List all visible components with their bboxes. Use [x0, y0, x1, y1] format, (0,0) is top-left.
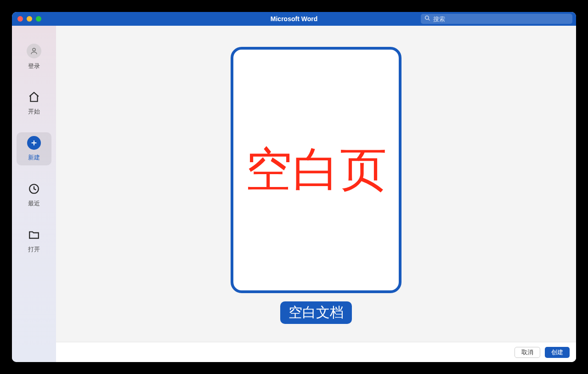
close-window-button[interactable] [17, 16, 23, 22]
sidebar-item-label: 最近 [28, 199, 40, 208]
clock-icon [27, 182, 41, 196]
person-icon [27, 44, 41, 58]
sidebar-item-recent[interactable]: 最近 [17, 178, 51, 211]
traffic-lights [17, 16, 41, 22]
sidebar-item-new[interactable]: 新建 [17, 132, 51, 165]
svg-line-1 [428, 19, 430, 20]
app-window: Microsoft Word 登录 [12, 12, 576, 362]
svg-point-0 [425, 16, 429, 20]
plus-icon [27, 136, 41, 150]
minimize-window-button[interactable] [27, 16, 32, 22]
sidebar-item-label: 打开 [28, 245, 40, 254]
folder-icon [27, 228, 41, 242]
sidebar-item-label: 新建 [28, 153, 40, 162]
search-input[interactable] [433, 16, 569, 23]
footer-bar: 取消 创建 [56, 342, 576, 362]
svg-point-2 [33, 48, 35, 51]
sidebar: 登录 开始 新建 [12, 26, 56, 362]
template-blank-document[interactable]: 空白页 [231, 47, 401, 293]
template-content: 空白页 空白文档 [56, 26, 576, 342]
search-field[interactable] [421, 14, 572, 24]
template-overlay-text: 空白页 [245, 139, 387, 202]
sidebar-item-open[interactable]: 打开 [17, 224, 51, 257]
sidebar-item-home[interactable]: 开始 [17, 86, 51, 119]
sidebar-item-label: 开始 [28, 108, 40, 116]
create-button[interactable]: 创建 [545, 347, 570, 358]
cancel-button[interactable]: 取消 [514, 347, 540, 358]
window-title: Microsoft Word [271, 15, 317, 23]
titlebar: Microsoft Word [12, 12, 576, 26]
sidebar-item-signin[interactable]: 登录 [17, 40, 51, 74]
sidebar-item-label: 登录 [28, 62, 40, 70]
template-label: 空白文档 [280, 301, 352, 324]
home-icon [27, 90, 41, 104]
maximize-window-button[interactable] [36, 16, 41, 22]
search-icon [424, 15, 430, 23]
window-body: 登录 开始 新建 [12, 26, 576, 362]
main-area: 空白页 空白文档 取消 创建 [56, 26, 576, 362]
